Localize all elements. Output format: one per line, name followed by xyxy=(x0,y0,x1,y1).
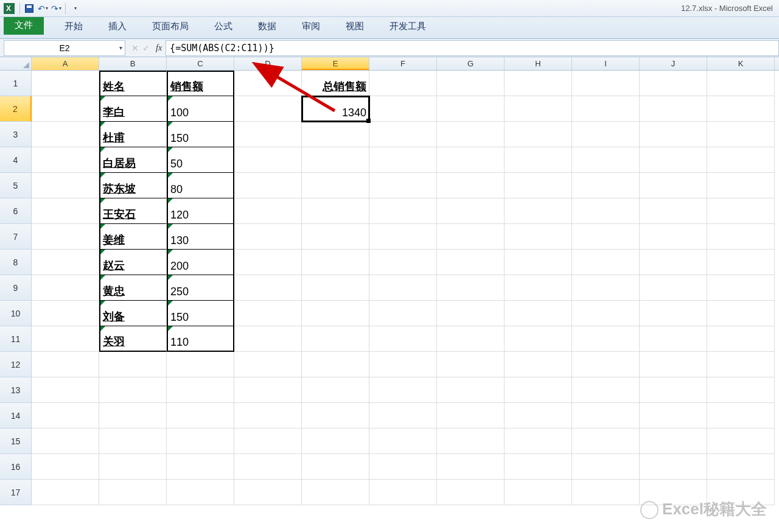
cell[interactable] xyxy=(302,326,369,352)
col-header-F[interactable]: F xyxy=(369,57,437,70)
cell[interactable]: 刘备 xyxy=(99,301,167,326)
cell[interactable] xyxy=(32,352,99,377)
cell[interactable]: 杜甫 xyxy=(99,122,167,147)
cell[interactable] xyxy=(234,301,302,326)
cell[interactable]: 苏东坡 xyxy=(99,173,167,198)
tab-file[interactable]: 文件 xyxy=(4,16,44,35)
cell[interactable]: 110 xyxy=(167,326,234,352)
cell[interactable] xyxy=(369,454,437,480)
cell[interactable] xyxy=(437,454,505,480)
cell[interactable] xyxy=(369,377,437,403)
cell[interactable]: 150 xyxy=(167,301,234,326)
cell[interactable] xyxy=(707,224,775,250)
cell[interactable] xyxy=(302,224,369,250)
row-header[interactable]: 13 xyxy=(0,377,32,403)
cell[interactable] xyxy=(302,429,369,454)
tab-data[interactable]: 数据 xyxy=(253,18,281,35)
cell[interactable] xyxy=(32,454,99,480)
cell[interactable] xyxy=(437,326,505,352)
cell[interactable] xyxy=(302,454,369,480)
cell[interactable] xyxy=(99,429,167,454)
cell[interactable] xyxy=(707,352,775,377)
cell[interactable] xyxy=(234,122,302,147)
cell[interactable] xyxy=(640,147,707,173)
cell[interactable] xyxy=(572,250,640,275)
cell[interactable] xyxy=(234,326,302,352)
cell[interactable] xyxy=(369,71,437,96)
cell[interactable] xyxy=(234,173,302,198)
cell[interactable] xyxy=(505,71,572,96)
tab-page-layout[interactable]: 页面布局 xyxy=(147,18,194,35)
cell[interactable] xyxy=(640,224,707,250)
cell[interactable] xyxy=(572,122,640,147)
cell[interactable] xyxy=(437,301,505,326)
cell[interactable] xyxy=(572,301,640,326)
cell[interactable] xyxy=(32,250,99,275)
cell[interactable]: 总销售额 xyxy=(302,71,369,96)
cell[interactable] xyxy=(572,352,640,377)
cell[interactable] xyxy=(640,454,707,480)
cell[interactable] xyxy=(437,377,505,403)
cell[interactable]: 1340 xyxy=(302,96,369,122)
cell[interactable] xyxy=(437,122,505,147)
cell[interactable] xyxy=(437,96,505,122)
cell[interactable] xyxy=(234,480,302,505)
col-header-G[interactable]: G xyxy=(437,57,505,70)
cell[interactable] xyxy=(505,352,572,377)
cell[interactable]: 黄忠 xyxy=(99,275,167,301)
col-header-J[interactable]: J xyxy=(640,57,707,70)
col-header-B[interactable]: B xyxy=(99,57,167,70)
cell[interactable] xyxy=(437,275,505,301)
cell[interactable] xyxy=(234,429,302,454)
cell[interactable] xyxy=(707,429,775,454)
row-header[interactable]: 5 xyxy=(0,173,32,198)
cell[interactable] xyxy=(572,403,640,429)
cell[interactable] xyxy=(369,429,437,454)
cell[interactable]: 150 xyxy=(167,122,234,147)
cell[interactable] xyxy=(32,429,99,454)
cell[interactable] xyxy=(640,96,707,122)
cell[interactable] xyxy=(234,275,302,301)
cell[interactable]: 关羽 xyxy=(99,326,167,352)
cell[interactable]: 130 xyxy=(167,224,234,250)
cell[interactable] xyxy=(369,250,437,275)
row-header[interactable]: 16 xyxy=(0,454,32,480)
undo-button[interactable]: ↶▾ xyxy=(36,2,49,15)
cell[interactable] xyxy=(234,147,302,173)
cell[interactable] xyxy=(32,173,99,198)
cell[interactable] xyxy=(437,480,505,505)
cell[interactable] xyxy=(707,173,775,198)
cell[interactable] xyxy=(32,326,99,352)
cell[interactable] xyxy=(505,480,572,505)
col-header-C[interactable]: C xyxy=(167,57,234,70)
cell[interactable] xyxy=(640,275,707,301)
cell[interactable] xyxy=(32,301,99,326)
cell[interactable] xyxy=(640,250,707,275)
cell[interactable] xyxy=(505,454,572,480)
accept-formula-icon[interactable]: ✓ xyxy=(142,43,150,53)
cell[interactable] xyxy=(437,147,505,173)
cell[interactable] xyxy=(369,122,437,147)
cell[interactable] xyxy=(640,326,707,352)
cell[interactable] xyxy=(707,275,775,301)
cell[interactable] xyxy=(505,301,572,326)
row-header[interactable]: 7 xyxy=(0,224,32,250)
col-header-H[interactable]: H xyxy=(505,57,572,70)
row-header[interactable]: 15 xyxy=(0,429,32,454)
cell[interactable] xyxy=(234,377,302,403)
cell[interactable]: 120 xyxy=(167,198,234,224)
cell[interactable] xyxy=(167,377,234,403)
cell[interactable] xyxy=(707,198,775,224)
cell[interactable] xyxy=(234,96,302,122)
tab-insert[interactable]: 插入 xyxy=(103,18,131,35)
cell[interactable] xyxy=(505,429,572,454)
cell[interactable] xyxy=(167,454,234,480)
cell[interactable]: 50 xyxy=(167,147,234,173)
tab-home[interactable]: 开始 xyxy=(60,18,88,35)
cell[interactable] xyxy=(302,147,369,173)
cell[interactable] xyxy=(640,377,707,403)
save-button[interactable] xyxy=(23,2,36,15)
row-header[interactable]: 8 xyxy=(0,250,32,275)
cell[interactable]: 赵云 xyxy=(99,250,167,275)
row-header[interactable]: 12 xyxy=(0,352,32,377)
